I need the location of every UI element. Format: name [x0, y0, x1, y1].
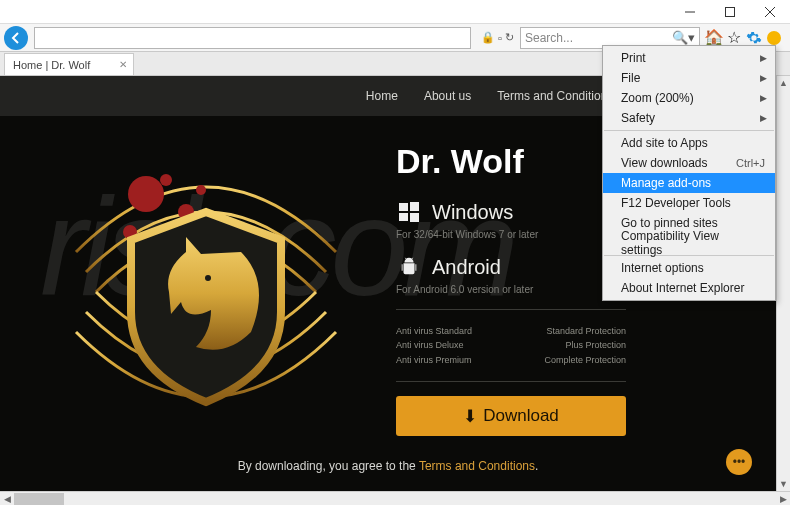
tab-title: Home | Dr. Wolf	[13, 59, 90, 71]
download-button[interactable]: ⬇ Download	[396, 396, 626, 436]
brand-title: Dr. Wolf	[396, 142, 626, 181]
nav-about[interactable]: About us	[424, 89, 471, 103]
hero-shield-graphic	[36, 142, 376, 442]
hero-info: Dr. Wolf Windows For 32/64-bit Windows 7…	[396, 142, 626, 442]
nav-terms[interactable]: Terms and Conditions	[497, 89, 613, 103]
minimize-button[interactable]	[670, 0, 710, 24]
search-placeholder: Search...	[525, 31, 573, 45]
menu-print[interactable]: Print▶	[603, 48, 775, 68]
agree-link[interactable]: Terms and Conditions	[419, 459, 535, 473]
feat-r1: Standard Protection	[544, 324, 626, 338]
lock-icon[interactable]: 🔒	[481, 31, 495, 44]
svg-rect-13	[410, 213, 419, 222]
tools-gear-icon[interactable]	[746, 30, 762, 46]
address-bar-icons: 🔒 ▫ ↻	[477, 31, 518, 44]
menu-add-site[interactable]: Add site to Apps	[603, 133, 775, 153]
menu-manage-addons[interactable]: Manage add-ons	[603, 173, 775, 193]
scroll-thumb[interactable]	[14, 493, 64, 505]
favorites-icon[interactable]: ☆	[726, 30, 742, 46]
svg-point-9	[205, 275, 211, 281]
android-sub: For Android 6.0 version or later	[396, 284, 626, 295]
scroll-left-icon[interactable]: ◀	[0, 492, 14, 505]
menu-internet-options[interactable]: Internet options	[603, 258, 775, 278]
svg-line-15	[411, 258, 412, 260]
svg-point-4	[128, 176, 164, 212]
close-button[interactable]	[750, 0, 790, 24]
svg-point-8	[196, 185, 206, 195]
horizontal-scrollbar[interactable]: ◀ ▶	[0, 491, 790, 505]
nav-home[interactable]: Home	[366, 89, 398, 103]
svg-rect-12	[399, 213, 408, 221]
menu-zoom[interactable]: Zoom (200%)▶	[603, 88, 775, 108]
menu-file[interactable]: File▶	[603, 68, 775, 88]
svg-point-7	[160, 174, 172, 186]
download-label: Download	[483, 406, 559, 426]
menu-f12[interactable]: F12 Developer Tools	[603, 193, 775, 213]
menu-about-ie[interactable]: About Internet Explorer	[603, 278, 775, 298]
agree-text: By downloading, you agree to the Terms a…	[0, 459, 776, 473]
menu-safety[interactable]: Safety▶	[603, 108, 775, 128]
menu-compat-view[interactable]: Compatibility View settings	[603, 233, 775, 253]
search-icon[interactable]: 🔍▾	[672, 30, 695, 45]
feedback-icon[interactable]	[766, 30, 782, 46]
svg-line-14	[405, 258, 406, 260]
compat-icon[interactable]: ▫	[498, 32, 502, 44]
address-bar[interactable]	[34, 27, 471, 49]
svg-rect-10	[399, 203, 408, 211]
windows-icon	[396, 199, 422, 225]
vertical-scrollbar[interactable]: ▲ ▼	[776, 76, 790, 491]
tab-close-icon[interactable]: ✕	[119, 59, 127, 70]
feat-r2: Plus Protection	[544, 338, 626, 352]
android-icon	[396, 254, 422, 280]
svg-rect-1	[726, 7, 735, 16]
maximize-button[interactable]	[710, 0, 750, 24]
browser-tab[interactable]: Home | Dr. Wolf ✕	[4, 53, 134, 75]
home-icon[interactable]: 🏠	[706, 30, 722, 46]
scroll-up-icon[interactable]: ▲	[777, 76, 790, 90]
feature-grid: Anti virus Standard Anti virus Deluxe An…	[396, 316, 626, 375]
refresh-icon[interactable]: ↻	[505, 31, 514, 44]
menu-view-downloads[interactable]: View downloadsCtrl+J	[603, 153, 775, 173]
scroll-right-icon[interactable]: ▶	[776, 492, 790, 505]
back-button[interactable]	[4, 26, 28, 50]
feat-r3: Complete Protection	[544, 353, 626, 367]
svg-rect-11	[410, 202, 419, 211]
android-label: Android	[432, 256, 501, 279]
scroll-down-icon[interactable]: ▼	[777, 477, 790, 491]
windows-sub: For 32/64-bit Windows 7 or later	[396, 229, 626, 240]
download-icon: ⬇	[463, 406, 477, 427]
feat-l2: Anti virus Deluxe	[396, 338, 472, 352]
chat-bubble-icon[interactable]: •••	[726, 449, 752, 475]
feat-l3: Anti virus Premium	[396, 353, 472, 367]
window-titlebar	[0, 0, 790, 24]
feat-l1: Anti virus Standard	[396, 324, 472, 338]
windows-label: Windows	[432, 201, 513, 224]
tools-menu: Print▶ File▶ Zoom (200%)▶ Safety▶ Add si…	[602, 45, 776, 301]
